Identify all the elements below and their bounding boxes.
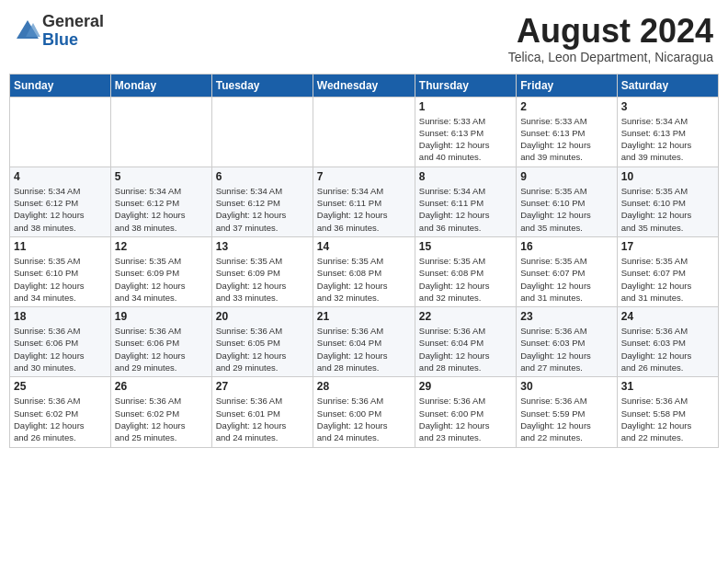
calendar-cell: 17Sunrise: 5:35 AM Sunset: 6:07 PM Dayli… <box>617 236 718 306</box>
page-header: General Blue August 2024 Telica, Leon De… <box>9 9 719 68</box>
day-info: Sunrise: 5:34 AM Sunset: 6:11 PM Dayligh… <box>317 185 411 234</box>
day-number: 30 <box>520 380 612 393</box>
calendar-cell: 16Sunrise: 5:35 AM Sunset: 6:07 PM Dayli… <box>517 236 617 306</box>
day-number: 29 <box>419 380 512 393</box>
calendar-week-row: 25Sunrise: 5:36 AM Sunset: 6:02 PM Dayli… <box>10 377 719 447</box>
day-number: 14 <box>317 240 411 253</box>
day-header-friday: Friday <box>517 74 617 97</box>
day-number: 16 <box>520 240 612 253</box>
day-number: 1 <box>419 100 512 113</box>
day-number: 12 <box>115 240 208 253</box>
calendar-cell: 28Sunrise: 5:36 AM Sunset: 6:00 PM Dayli… <box>313 377 415 447</box>
day-info: Sunrise: 5:34 AM Sunset: 6:12 PM Dayligh… <box>216 185 309 234</box>
day-header-saturday: Saturday <box>617 74 718 97</box>
day-info: Sunrise: 5:36 AM Sunset: 5:59 PM Dayligh… <box>520 395 612 443</box>
day-number: 23 <box>520 310 612 323</box>
calendar-week-row: 11Sunrise: 5:35 AM Sunset: 6:10 PM Dayli… <box>10 236 719 306</box>
logo-general-text: General <box>42 13 104 31</box>
day-number: 10 <box>621 170 714 183</box>
day-number: 5 <box>115 170 208 183</box>
day-number: 11 <box>14 240 107 253</box>
day-number: 9 <box>520 170 612 183</box>
day-info: Sunrise: 5:36 AM Sunset: 6:00 PM Dayligh… <box>419 395 512 443</box>
logo-text: General Blue <box>42 13 104 50</box>
calendar-cell: 23Sunrise: 5:36 AM Sunset: 6:03 PM Dayli… <box>517 307 617 377</box>
day-info: Sunrise: 5:35 AM Sunset: 6:08 PM Dayligh… <box>419 255 512 304</box>
day-number: 15 <box>419 240 512 253</box>
day-info: Sunrise: 5:36 AM Sunset: 6:03 PM Dayligh… <box>520 325 612 373</box>
calendar-table: SundayMondayTuesdayWednesdayThursdayFrid… <box>9 74 719 448</box>
calendar-cell: 20Sunrise: 5:36 AM Sunset: 6:05 PM Dayli… <box>211 307 313 377</box>
day-number: 8 <box>419 170 512 183</box>
day-info: Sunrise: 5:36 AM Sunset: 6:06 PM Dayligh… <box>115 325 208 373</box>
calendar-cell: 12Sunrise: 5:35 AM Sunset: 6:09 PM Dayli… <box>110 236 211 306</box>
day-info: Sunrise: 5:36 AM Sunset: 6:02 PM Dayligh… <box>115 395 208 443</box>
calendar-cell: 9Sunrise: 5:35 AM Sunset: 6:10 PM Daylig… <box>517 167 617 236</box>
calendar-title: August 2024 <box>508 13 713 50</box>
calendar-location: Telica, Leon Department, Nicaragua <box>508 50 713 64</box>
logo: General Blue <box>15 13 104 50</box>
day-info: Sunrise: 5:35 AM Sunset: 6:10 PM Dayligh… <box>520 185 612 234</box>
calendar-cell: 21Sunrise: 5:36 AM Sunset: 6:04 PM Dayli… <box>313 307 415 377</box>
day-header-monday: Monday <box>110 74 211 97</box>
calendar-cell: 1Sunrise: 5:33 AM Sunset: 6:13 PM Daylig… <box>415 97 516 167</box>
day-number: 24 <box>621 310 714 323</box>
day-number: 27 <box>216 380 309 393</box>
day-info: Sunrise: 5:35 AM Sunset: 6:10 PM Dayligh… <box>14 255 107 304</box>
calendar-cell: 25Sunrise: 5:36 AM Sunset: 6:02 PM Dayli… <box>10 377 111 447</box>
calendar-cell: 10Sunrise: 5:35 AM Sunset: 6:10 PM Dayli… <box>617 167 718 236</box>
day-number: 3 <box>621 100 714 113</box>
calendar-cell: 24Sunrise: 5:36 AM Sunset: 6:03 PM Dayli… <box>617 307 718 377</box>
calendar-week-row: 18Sunrise: 5:36 AM Sunset: 6:06 PM Dayli… <box>10 307 719 377</box>
day-info: Sunrise: 5:36 AM Sunset: 6:04 PM Dayligh… <box>419 325 512 373</box>
day-number: 2 <box>520 100 612 113</box>
day-info: Sunrise: 5:33 AM Sunset: 6:13 PM Dayligh… <box>419 115 512 164</box>
calendar-cell: 27Sunrise: 5:36 AM Sunset: 6:01 PM Dayli… <box>211 377 313 447</box>
day-info: Sunrise: 5:34 AM Sunset: 6:12 PM Dayligh… <box>14 185 107 234</box>
day-number: 13 <box>216 240 309 253</box>
day-info: Sunrise: 5:33 AM Sunset: 6:13 PM Dayligh… <box>520 115 612 164</box>
calendar-week-row: 1Sunrise: 5:33 AM Sunset: 6:13 PM Daylig… <box>10 97 719 167</box>
calendar-cell: 5Sunrise: 5:34 AM Sunset: 6:12 PM Daylig… <box>110 167 211 236</box>
title-block: August 2024 Telica, Leon Department, Nic… <box>508 13 713 64</box>
day-info: Sunrise: 5:36 AM Sunset: 6:00 PM Dayligh… <box>317 395 411 443</box>
logo-icon <box>15 18 40 44</box>
day-number: 22 <box>419 310 512 323</box>
calendar-cell: 14Sunrise: 5:35 AM Sunset: 6:08 PM Dayli… <box>313 236 415 306</box>
logo-blue-text: Blue <box>42 31 104 50</box>
calendar-cell: 7Sunrise: 5:34 AM Sunset: 6:11 PM Daylig… <box>313 167 415 236</box>
day-info: Sunrise: 5:35 AM Sunset: 6:07 PM Dayligh… <box>621 255 714 304</box>
day-number: 4 <box>14 170 107 183</box>
calendar-cell <box>211 97 313 167</box>
day-number: 31 <box>621 380 714 393</box>
day-header-thursday: Thursday <box>415 74 516 97</box>
day-info: Sunrise: 5:36 AM Sunset: 6:04 PM Dayligh… <box>317 325 411 373</box>
day-number: 6 <box>216 170 309 183</box>
calendar-cell: 30Sunrise: 5:36 AM Sunset: 5:59 PM Dayli… <box>517 377 617 447</box>
day-number: 18 <box>14 310 107 323</box>
calendar-week-row: 4Sunrise: 5:34 AM Sunset: 6:12 PM Daylig… <box>10 167 719 236</box>
calendar-cell: 6Sunrise: 5:34 AM Sunset: 6:12 PM Daylig… <box>211 167 313 236</box>
day-info: Sunrise: 5:34 AM Sunset: 6:12 PM Dayligh… <box>115 185 208 234</box>
calendar-cell: 13Sunrise: 5:35 AM Sunset: 6:09 PM Dayli… <box>211 236 313 306</box>
calendar-header-row: SundayMondayTuesdayWednesdayThursdayFrid… <box>10 74 719 97</box>
day-info: Sunrise: 5:36 AM Sunset: 5:58 PM Dayligh… <box>621 395 714 443</box>
calendar-cell: 26Sunrise: 5:36 AM Sunset: 6:02 PM Dayli… <box>110 377 211 447</box>
day-info: Sunrise: 5:35 AM Sunset: 6:08 PM Dayligh… <box>317 255 411 304</box>
calendar-cell <box>313 97 415 167</box>
day-info: Sunrise: 5:35 AM Sunset: 6:10 PM Dayligh… <box>621 185 714 234</box>
calendar-cell: 19Sunrise: 5:36 AM Sunset: 6:06 PM Dayli… <box>110 307 211 377</box>
calendar-cell: 8Sunrise: 5:34 AM Sunset: 6:11 PM Daylig… <box>415 167 516 236</box>
calendar-cell: 29Sunrise: 5:36 AM Sunset: 6:00 PM Dayli… <box>415 377 516 447</box>
day-number: 25 <box>14 380 107 393</box>
day-number: 19 <box>115 310 208 323</box>
day-info: Sunrise: 5:35 AM Sunset: 6:07 PM Dayligh… <box>520 255 612 304</box>
day-number: 21 <box>317 310 411 323</box>
day-number: 7 <box>317 170 411 183</box>
calendar-cell: 4Sunrise: 5:34 AM Sunset: 6:12 PM Daylig… <box>10 167 111 236</box>
calendar-cell: 11Sunrise: 5:35 AM Sunset: 6:10 PM Dayli… <box>10 236 111 306</box>
day-header-sunday: Sunday <box>10 74 111 97</box>
calendar-cell <box>10 97 111 167</box>
day-info: Sunrise: 5:36 AM Sunset: 6:06 PM Dayligh… <box>14 325 107 373</box>
day-number: 28 <box>317 380 411 393</box>
